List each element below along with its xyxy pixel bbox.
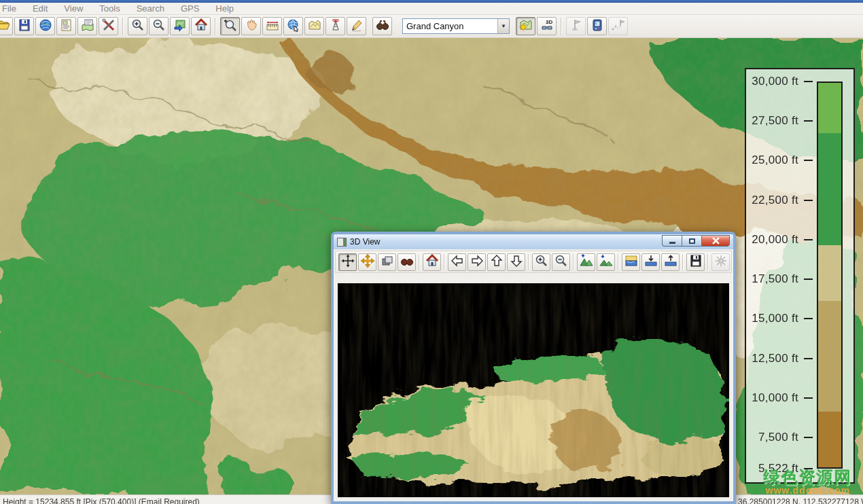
legend-tick-mark bbox=[804, 160, 813, 161]
map-view-button[interactable] bbox=[304, 17, 324, 35]
find-binoculars-button[interactable] bbox=[372, 17, 392, 35]
menu-gps[interactable]: GPS bbox=[173, 3, 207, 14]
menu-help[interactable]: Help bbox=[207, 3, 242, 14]
find-binoculars-3d-button[interactable] bbox=[398, 253, 416, 271]
legend-tick-mark bbox=[804, 358, 813, 359]
radio-tower-button[interactable] bbox=[325, 17, 345, 35]
tilt-down-button[interactable] bbox=[507, 253, 525, 271]
draw-pencil-icon bbox=[350, 18, 364, 35]
maximize-icon bbox=[689, 238, 695, 244]
menu-tools[interactable]: Tools bbox=[91, 3, 128, 14]
zoom-out-icon bbox=[152, 18, 166, 35]
status-height-readout: Height = 15234.855 ft [Pix (570,400)] (E… bbox=[3, 497, 200, 504]
water-level-down-button[interactable] bbox=[641, 253, 660, 271]
zoom-in-3d-button[interactable] bbox=[532, 253, 550, 271]
map-sun-view-button[interactable] bbox=[516, 17, 535, 35]
toolbar-separator bbox=[618, 254, 619, 270]
waypoint-flag-icon bbox=[569, 18, 583, 35]
legend-ticks: 30,000 ft27,500 ft25,000 ft22,500 ft20,0… bbox=[746, 82, 813, 469]
zoom-out-3d-button[interactable] bbox=[552, 253, 570, 271]
zoom-in-icon bbox=[131, 18, 145, 35]
rotate-left-button[interactable] bbox=[448, 253, 466, 271]
3d-view-window: 3D View bbox=[331, 232, 736, 504]
toolbar-separator bbox=[419, 254, 420, 270]
elevation-legend: 30,000 ft27,500 ft25,000 ft22,500 ft20,0… bbox=[745, 68, 855, 484]
chevron-down-icon[interactable]: ▼ bbox=[497, 19, 509, 33]
map-selector[interactable]: Grand Canyon ▼ bbox=[402, 18, 510, 34]
tools-button[interactable] bbox=[99, 17, 118, 35]
home-button[interactable] bbox=[191, 17, 211, 35]
globe-pointer-button[interactable] bbox=[283, 17, 303, 35]
copy-view-icon bbox=[381, 254, 394, 270]
menu-file[interactable]: File bbox=[0, 3, 24, 14]
view-3d-button[interactable]: 3D bbox=[537, 17, 557, 35]
open-folder-button[interactable] bbox=[0, 17, 13, 35]
legend-tick: 10,000 ft bbox=[752, 391, 813, 405]
menu-edit[interactable]: Edit bbox=[24, 3, 56, 14]
change-map-button[interactable] bbox=[170, 17, 190, 35]
terrain-down-icon bbox=[599, 254, 613, 270]
menu-view[interactable]: View bbox=[56, 3, 91, 14]
colorbar-segment bbox=[818, 412, 841, 467]
toolbar-separator bbox=[215, 18, 216, 35]
save-image-button[interactable] bbox=[686, 253, 705, 271]
copy-view-button[interactable] bbox=[378, 253, 396, 271]
pan-hand-button[interactable] bbox=[241, 17, 261, 35]
zoom-mode-button[interactable] bbox=[220, 17, 240, 35]
draw-pencil-button[interactable] bbox=[347, 17, 366, 35]
route-flag-icon bbox=[612, 18, 625, 35]
save-button[interactable] bbox=[14, 17, 34, 35]
water-level-up-button[interactable] bbox=[661, 253, 680, 271]
tilt-up-button[interactable] bbox=[487, 253, 506, 271]
3d-terrain-view[interactable] bbox=[338, 283, 729, 497]
toolbar-separator bbox=[682, 254, 684, 270]
legend-tick-label: 5,522 ft bbox=[758, 462, 798, 475]
zoom-out-button[interactable] bbox=[149, 17, 169, 35]
document-button[interactable] bbox=[56, 17, 76, 35]
measure-ruler-button[interactable] bbox=[262, 17, 282, 35]
map-properties-icon bbox=[81, 18, 94, 35]
waypoint-flag-button[interactable] bbox=[566, 17, 586, 35]
elevation-legend-scale: 30,000 ft27,500 ft25,000 ft22,500 ft20,0… bbox=[746, 82, 853, 469]
legend-tick: 5,522 ft bbox=[758, 462, 813, 475]
rotate-right-button[interactable] bbox=[468, 253, 486, 271]
save-icon bbox=[689, 254, 703, 270]
route-flag-button[interactable] bbox=[608, 17, 628, 35]
status-position-readout: 36.285001228 N, 112.532277128 W bbox=[738, 497, 863, 504]
3d-view-titlebar[interactable]: 3D View bbox=[334, 234, 733, 249]
move-mode-icon bbox=[361, 254, 374, 270]
menu-search[interactable]: Search bbox=[128, 3, 173, 14]
toolbar-separator bbox=[122, 18, 124, 35]
3d-view-toolbar bbox=[335, 251, 732, 273]
move-mode-button[interactable] bbox=[358, 253, 376, 271]
3d-view-title: 3D View bbox=[350, 237, 662, 247]
minimize-button[interactable] bbox=[662, 235, 682, 247]
exaggeration-up-button[interactable] bbox=[577, 253, 595, 271]
pan-mode-button[interactable] bbox=[338, 253, 357, 271]
find-binoculars-icon bbox=[400, 254, 414, 270]
elevation-colorbar bbox=[817, 82, 843, 469]
exaggeration-down-button[interactable] bbox=[597, 253, 615, 271]
document-icon bbox=[60, 18, 73, 35]
gps-device-button[interactable] bbox=[587, 17, 607, 35]
home-view-button[interactable] bbox=[423, 253, 441, 271]
legend-tick: 30,000 ft bbox=[752, 75, 813, 88]
arrow-up-icon bbox=[490, 254, 504, 270]
toolbar-separator bbox=[444, 254, 445, 270]
map-properties-button[interactable] bbox=[77, 17, 97, 35]
maximize-button[interactable] bbox=[682, 235, 701, 247]
legend-tick: 20,000 ft bbox=[752, 233, 813, 247]
world-button[interactable] bbox=[35, 17, 55, 35]
view-3d-icon: 3D bbox=[540, 18, 554, 35]
lighting-button[interactable] bbox=[711, 253, 730, 271]
scene-level-button[interactable] bbox=[622, 253, 640, 271]
toolbar-separator bbox=[561, 18, 562, 35]
legend-tick-label: 30,000 ft bbox=[752, 75, 798, 88]
zoom-in-button[interactable] bbox=[128, 17, 147, 35]
menubar: File Edit View Tools Search GPS Help bbox=[0, 3, 863, 15]
change-map-icon bbox=[173, 18, 187, 35]
close-button[interactable] bbox=[701, 235, 730, 247]
legend-tick-mark bbox=[804, 239, 813, 240]
world-icon bbox=[39, 18, 52, 35]
map-selector-value: Grand Canyon bbox=[403, 21, 497, 31]
